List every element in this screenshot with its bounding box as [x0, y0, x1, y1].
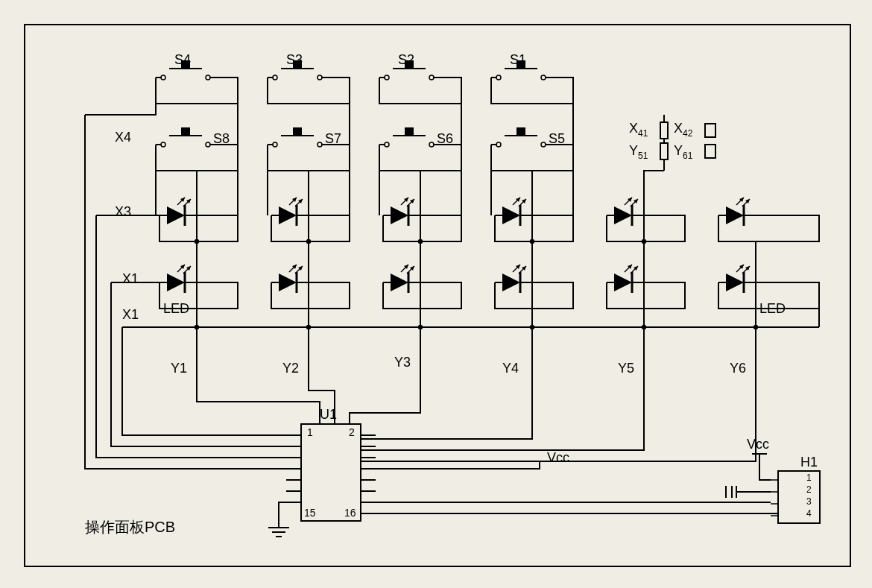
- label-s4: S4: [174, 52, 191, 68]
- label-x42-sub: 42: [683, 128, 692, 139]
- label-u1: U1: [320, 407, 337, 423]
- label-u1-pin16: 16: [344, 507, 356, 519]
- label-u1-pin1: 1: [307, 426, 313, 438]
- schematic-svg: [25, 25, 850, 566]
- label-s6: S6: [437, 131, 453, 147]
- label-x1b: X1: [122, 307, 139, 323]
- label-h1: H1: [800, 455, 818, 470]
- svg-rect-43: [778, 471, 820, 523]
- label-y4: Y4: [502, 361, 519, 376]
- label-x41-main: X: [629, 121, 638, 136]
- label-h1-4: 4: [806, 508, 812, 519]
- label-u1-pin2: 2: [349, 426, 355, 438]
- label-x4: X4: [115, 130, 131, 145]
- label-x41-sub: 41: [638, 128, 648, 139]
- svg-rect-26: [705, 145, 715, 158]
- label-y6: Y6: [730, 361, 746, 376]
- label-x42-main: X: [674, 121, 683, 136]
- label-s5: S5: [549, 131, 565, 147]
- label-s3: S3: [286, 52, 303, 68]
- label-x41: X41: [629, 121, 648, 139]
- label-y1: Y1: [171, 361, 187, 376]
- label-y51-sub: 51: [638, 151, 648, 161]
- label-h1-2: 2: [806, 484, 812, 495]
- label-y61-sub: 61: [683, 151, 692, 161]
- label-h1-1: 1: [806, 472, 812, 483]
- page-frame: S4 S3 S2 S1 S8 S7 S6 S5 X4 X3 X1 X1 LED …: [24, 24, 851, 567]
- label-s7: S7: [325, 131, 341, 147]
- label-vcc-mid: Vcc: [547, 450, 569, 466]
- label-s8: S8: [213, 131, 230, 147]
- svg-rect-25: [705, 124, 715, 137]
- svg-rect-21: [660, 143, 668, 159]
- label-s2: S2: [398, 52, 414, 68]
- label-vcc-h1: Vcc: [747, 437, 769, 452]
- label-x42: X42: [674, 121, 692, 139]
- label-x3: X3: [115, 204, 131, 220]
- label-y61: Y61: [674, 143, 692, 161]
- label-x1a: X1: [122, 271, 139, 287]
- label-y3: Y3: [394, 355, 411, 370]
- label-y51-main: Y: [629, 143, 638, 158]
- svg-rect-20: [660, 122, 668, 139]
- label-led-left: LED: [163, 301, 189, 317]
- label-h1-3: 3: [806, 496, 812, 507]
- schematic-page: S4 S3 S2 S1 S8 S7 S6 S5 X4 X3 X1 X1 LED …: [0, 0, 872, 588]
- label-y61-main: Y: [674, 143, 683, 158]
- label-y2: Y2: [282, 361, 299, 376]
- label-led-right: LED: [759, 301, 786, 317]
- label-s1: S1: [510, 52, 526, 68]
- label-u1-pin15: 15: [304, 507, 316, 519]
- label-y51: Y51: [629, 143, 648, 161]
- label-y5: Y5: [618, 361, 634, 376]
- title-label: 操作面板PCB: [85, 517, 175, 537]
